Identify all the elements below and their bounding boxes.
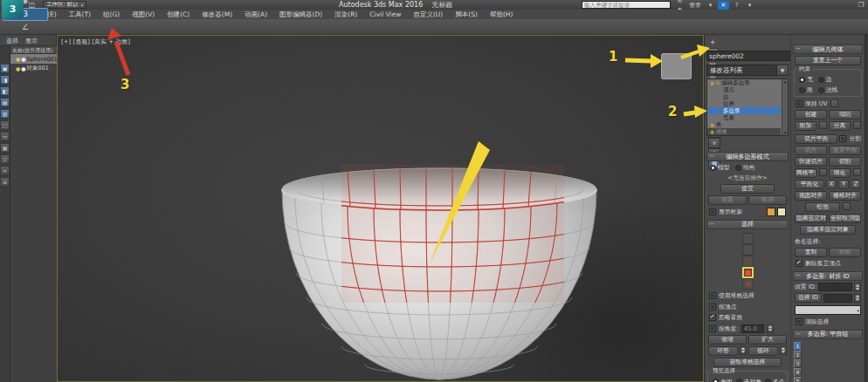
preserve-uv-settings-icon[interactable] (830, 99, 838, 107)
animate-radio[interactable]: 动画 (735, 163, 755, 172)
explorer-tool-icon[interactable]: ▦ (0, 143, 10, 153)
menu-item[interactable]: 工具(T) (63, 10, 97, 18)
explorer-link-icon[interactable]: ∞ (0, 166, 10, 175)
bowl-3d-model[interactable] (58, 36, 704, 382)
msmooth-button[interactable]: 网格平滑 (795, 168, 816, 178)
collapse-button[interactable]: 塌陷 (829, 110, 861, 119)
constraint-none-radio[interactable]: 无 (799, 75, 813, 84)
constraint-face-radio[interactable]: 面 (799, 85, 813, 94)
detach-settings-icon[interactable] (853, 121, 861, 129)
cut-button[interactable]: 切割 (829, 157, 861, 167)
set-id-spinner[interactable] (854, 283, 861, 291)
loop-button[interactable]: 循环 (748, 346, 778, 356)
stack-item-polygon[interactable]: 多边形 (707, 107, 781, 114)
use-stack-selection-checkbox[interactable]: 使用堆栈选择 (709, 291, 786, 300)
viewport-label[interactable]: [+] [透视] [真实 + 边面] (61, 38, 130, 46)
smoothing-group-cell[interactable]: 4 (794, 368, 802, 377)
angle-snap-icon[interactable]: ∠ (3, 21, 48, 34)
modifier-enable-icon[interactable]: ◉ (710, 128, 714, 135)
menu-item[interactable]: 创建(C) (161, 10, 196, 18)
menu-item[interactable]: Civil View (363, 10, 407, 18)
search-input[interactable] (582, 1, 671, 9)
object-name-field[interactable] (706, 51, 791, 61)
cancel-button[interactable]: 取消 (748, 195, 787, 205)
preview-multi-radio[interactable]: 多个 (765, 378, 785, 382)
explorer-tool-icon[interactable]: ◨ (0, 75, 10, 85)
msmooth-settings-icon[interactable] (819, 168, 827, 176)
light-bulb-icon[interactable] (16, 65, 20, 72)
menu-item[interactable]: 视图(V) (126, 10, 161, 18)
scene-item-object001[interactable]: 对象001 (10, 64, 58, 73)
split-checkbox[interactable]: 分割 (839, 134, 861, 144)
make-planar-button[interactable]: 平面化 (795, 180, 824, 189)
cage-selected-color-swatch[interactable] (777, 208, 786, 216)
help-icon[interactable]: ? (731, 1, 742, 10)
modifier-enable-icon[interactable]: ◉ (710, 121, 714, 128)
tessellate-settings-icon[interactable] (853, 168, 861, 176)
polygon-subobject-icon[interactable]: ■ (742, 267, 754, 278)
community-x-icon[interactable]: ✕ (718, 1, 729, 10)
stack-item-edge[interactable]: 边 (707, 93, 781, 100)
hide-selected-button[interactable]: 隐藏选定对象 (795, 214, 827, 223)
select-id-field[interactable] (823, 294, 852, 303)
by-angle-checkbox[interactable]: 按角度: 45.0 (709, 324, 786, 333)
hide-unselected-button[interactable]: 隐藏未选定对象 (800, 225, 856, 235)
quickslice-button[interactable]: 快速切片 (795, 157, 827, 167)
explorer-tool-icon[interactable]: □ (0, 120, 10, 130)
clear-selection-checkbox[interactable]: 清除选择 (796, 317, 860, 326)
slice-plane-button[interactable]: 切片平面 (795, 134, 837, 144)
attach-button[interactable]: 附加 (795, 121, 816, 131)
menu-item[interactable]: 图形编辑器(D) (273, 10, 328, 18)
menu-item[interactable]: 修改器(M) (196, 10, 238, 18)
model-radio[interactable]: 模型 (710, 163, 730, 172)
constraint-normal-radio[interactable]: 法线 (818, 85, 838, 94)
angle-spinner[interactable] (767, 324, 774, 333)
make-unique-icon[interactable]: ∨ (708, 138, 720, 148)
material-name-dropdown[interactable] (795, 305, 861, 315)
panel-scrollbar[interactable] (865, 35, 868, 382)
menu-item[interactable]: 自定义(U) (407, 10, 449, 18)
constraint-edge-radio[interactable]: 边 (818, 75, 832, 84)
stack-item-vertex[interactable]: 顶点 (707, 86, 781, 93)
settings-button[interactable]: 设置 (708, 195, 747, 205)
smoothing-group-cell[interactable]: 2 (794, 351, 802, 359)
relax-settings-icon[interactable] (843, 202, 851, 210)
explorer-column-header[interactable]: 名称(按升序排序) (10, 46, 58, 54)
explorer-menu[interactable]: 显示 (22, 38, 41, 44)
ring-button[interactable]: 环形 (708, 346, 738, 356)
menu-item[interactable]: 帮助(H) (484, 10, 520, 18)
grow-button[interactable]: 扩大 (748, 335, 787, 344)
rollout-edit-poly-mode[interactable]: 编辑多边形模式 (706, 152, 789, 161)
maximize-button[interactable]: ❐ (856, 1, 866, 10)
slice-button[interactable]: 切片 (795, 146, 827, 155)
preview-off-radio[interactable]: 关闭 (713, 378, 733, 382)
smoothing-group-cell[interactable]: 3 (794, 359, 802, 368)
planar-x-button[interactable]: X (826, 180, 837, 189)
rollout-selection[interactable]: 选择 (706, 220, 789, 229)
copy-button[interactable]: 复制 (795, 248, 827, 257)
light-bulb-icon[interactable] (16, 56, 20, 63)
explorer-tool-icon[interactable]: ▥ (0, 109, 10, 119)
delete-isolated-vertices-checkbox[interactable]: 删除孤立顶点 (796, 259, 860, 268)
smoothing-group-cell[interactable]: 5 (794, 377, 802, 382)
view-align-button[interactable]: 视图对齐 (795, 191, 827, 201)
menu-item[interactable]: 组(G) (97, 10, 126, 18)
element-subobject-icon[interactable]: ◆ (742, 278, 754, 290)
paste-button[interactable]: 粘贴 (829, 248, 861, 257)
ring-spinner[interactable] (740, 346, 747, 355)
rollout-material-ids[interactable]: 多边形: 材质 ID (793, 271, 863, 281)
show-cage-checkbox[interactable]: 显示框架 (709, 208, 786, 216)
stack-scrollbar[interactable]: ▲▼ (782, 79, 788, 135)
modifier-list-dropdown[interactable]: 修改器列表 ▼ (706, 65, 789, 76)
reset-plane-button[interactable]: 重置平面 (829, 146, 861, 155)
stack-item-edit-poly[interactable]: ◉ ⊟ 编辑多边形 (707, 79, 781, 86)
select-id-spinner[interactable] (854, 294, 861, 303)
perspective-viewport[interactable]: [+] [透视] [真实 + 边面] (57, 35, 704, 382)
planar-y-button[interactable]: Y (838, 180, 849, 189)
planar-z-button[interactable]: Z (851, 180, 861, 189)
sign-in-button[interactable]: 登录 (687, 1, 703, 10)
3dsmax-logo-icon[interactable]: 3 (2, 0, 24, 18)
explorer-filter-icon[interactable]: ▽ (0, 154, 10, 164)
help-dropdown-icon[interactable]: ▾ (744, 1, 755, 10)
create-button[interactable]: 创建 (795, 110, 827, 119)
